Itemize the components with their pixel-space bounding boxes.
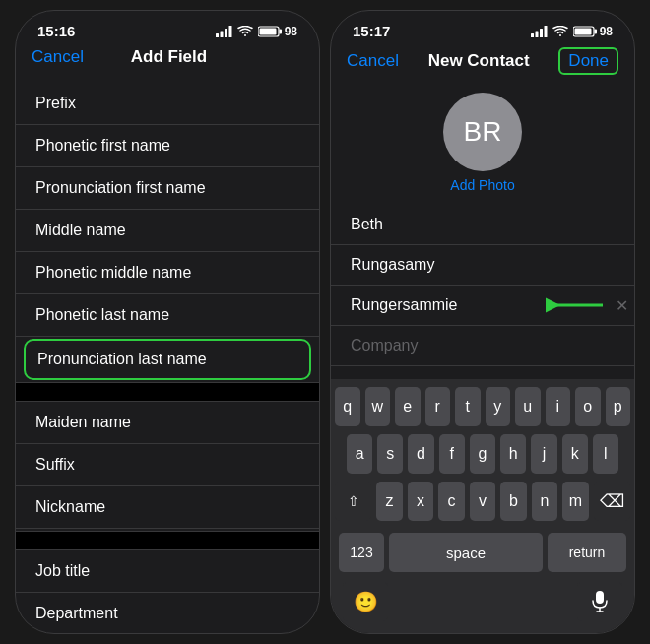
avatar[interactable]: BR	[443, 93, 522, 171]
key-m[interactable]: m	[562, 482, 588, 521]
key-n[interactable]: n	[532, 482, 557, 521]
left-nav-title: Add Field	[131, 47, 207, 67]
avatar-initials: BR	[464, 116, 502, 148]
key-s[interactable]: s	[377, 434, 403, 474]
key-b[interactable]: b	[500, 482, 526, 521]
first-name-field[interactable]: Beth	[331, 205, 634, 245]
field-pronunciation-first[interactable]: Pronunciation first name	[16, 167, 319, 210]
battery-shape	[258, 26, 283, 37]
svg-rect-12	[594, 29, 597, 33]
svg-rect-6	[259, 28, 276, 34]
svg-rect-0	[216, 33, 219, 37]
left-time: 15:16	[37, 23, 75, 39]
green-arrow-icon	[546, 293, 605, 317]
company-placeholder: Company	[351, 337, 418, 354]
avatar-section: BR Add Photo	[331, 85, 634, 205]
field-group-3: Job title Department Phonetic company na…	[16, 550, 319, 633]
field-maiden[interactable]: Maiden name	[16, 402, 319, 444]
key-j[interactable]: j	[531, 434, 556, 474]
right-cancel-button[interactable]: Cancel	[347, 51, 399, 71]
field-department[interactable]: Department	[16, 593, 319, 633]
key-g[interactable]: g	[470, 434, 495, 474]
left-status-bar: 15:16 98	[16, 11, 319, 43]
keyboard-toolbar: 🙂	[335, 578, 630, 629]
field-nickname[interactable]: Nickname	[16, 486, 319, 529]
svg-rect-16	[596, 591, 604, 604]
field-phonetic-middle[interactable]: Phonetic middle name	[16, 252, 319, 294]
space-key[interactable]: space	[389, 533, 543, 572]
key-a[interactable]: a	[347, 434, 372, 474]
field-group-2: Maiden name Suffix Nickname	[16, 402, 319, 529]
key-h[interactable]: h	[500, 434, 526, 474]
right-done-button[interactable]: Done	[558, 47, 618, 75]
shift-key[interactable]: ⇧	[335, 482, 371, 521]
key-w[interactable]: w	[365, 387, 391, 426]
key-o[interactable]: o	[575, 387, 601, 426]
key-y[interactable]: y	[486, 387, 511, 426]
svg-rect-1	[220, 31, 223, 37]
company-field[interactable]: Company	[331, 326, 634, 366]
pronunciation-last-value: Rungersammie	[351, 296, 457, 314]
battery-pct: 98	[285, 25, 297, 38]
left-status-icons: 98	[216, 25, 297, 38]
last-name-field[interactable]: Rungasamy	[331, 245, 634, 286]
keyboard-bottom-row: 123 space return	[335, 529, 630, 578]
first-name-value: Beth	[351, 216, 383, 233]
key-d[interactable]: d	[408, 434, 433, 474]
field-phonetic-first[interactable]: Phonetic first name	[16, 125, 319, 167]
key-f[interactable]: f	[439, 434, 465, 474]
key-v[interactable]: v	[470, 482, 495, 521]
left-phone: 15:16 98	[15, 10, 320, 634]
svg-rect-13	[574, 28, 591, 34]
right-nav-title: New Contact	[428, 51, 530, 71]
emoji-key[interactable]: 🙂	[343, 582, 388, 621]
key-r[interactable]: r	[425, 387, 451, 426]
left-cancel-button[interactable]: Cancel	[32, 47, 84, 67]
right-time: 15:17	[353, 23, 390, 39]
keyboard-row-2: a s d f g h j k l	[335, 434, 630, 474]
right-nav-bar: Cancel New Contact Done	[331, 43, 634, 85]
key-c[interactable]: c	[438, 482, 464, 521]
last-name-value: Rungasamy	[351, 256, 434, 274]
svg-rect-8	[535, 31, 538, 37]
right-signal-icon	[531, 26, 548, 37]
mic-key[interactable]	[577, 582, 622, 621]
field-middle[interactable]: Middle name	[16, 210, 319, 252]
field-group-gap-2	[16, 531, 319, 550]
field-phonetic-last[interactable]: Phonetic last name	[16, 294, 319, 337]
numbers-key[interactable]: 123	[339, 533, 384, 572]
right-battery-pct: 98	[600, 25, 613, 38]
right-status-bar: 15:17 98	[331, 11, 634, 43]
right-battery-icon: 98	[573, 25, 613, 38]
key-p[interactable]: p	[606, 387, 631, 426]
return-key[interactable]: return	[548, 533, 626, 572]
svg-rect-10	[544, 26, 547, 37]
clear-field-button[interactable]: ✕	[616, 296, 628, 315]
key-e[interactable]: e	[395, 387, 421, 426]
field-job-title[interactable]: Job title	[16, 550, 319, 593]
key-z[interactable]: z	[376, 482, 402, 521]
key-k[interactable]: k	[562, 434, 588, 474]
key-l[interactable]: l	[593, 434, 618, 474]
right-battery-shape	[573, 26, 598, 37]
svg-rect-9	[540, 29, 543, 37]
keyboard: q w e r t y u i o p a s d f g h j k l ⇧ …	[331, 379, 634, 633]
delete-key[interactable]: ⌫	[594, 482, 630, 521]
field-pronunciation-last[interactable]: Pronunciation last name	[24, 339, 311, 380]
add-photo-button[interactable]: Add Photo	[450, 177, 514, 193]
svg-rect-3	[228, 26, 231, 37]
field-suffix[interactable]: Suffix	[16, 444, 319, 486]
company-value-field: Rungersammie"	[331, 366, 634, 379]
svg-rect-2	[225, 29, 228, 37]
svg-rect-7	[531, 33, 534, 37]
key-q[interactable]: q	[335, 387, 360, 426]
key-u[interactable]: u	[515, 387, 541, 426]
pronunciation-last-field[interactable]: Rungersammie ✕	[331, 286, 634, 326]
key-x[interactable]: x	[408, 482, 433, 521]
key-i[interactable]: i	[546, 387, 571, 426]
right-status-icons: 98	[531, 25, 613, 38]
field-prefix[interactable]: Prefix	[16, 83, 319, 125]
left-field-list: Prefix Phonetic first name Pronunciation…	[16, 77, 319, 633]
contact-fields: Beth Rungasamy Rungersammie ✕ Company Ru…	[331, 205, 634, 379]
key-t[interactable]: t	[455, 387, 481, 426]
